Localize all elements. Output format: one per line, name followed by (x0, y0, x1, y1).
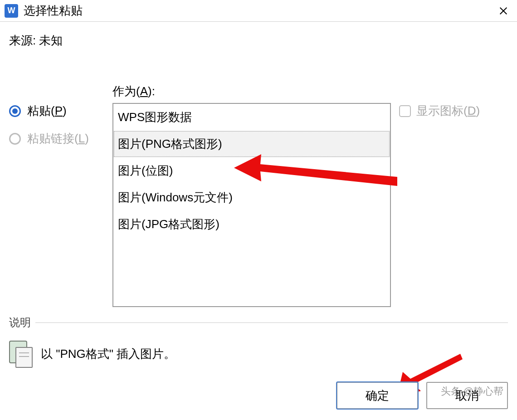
list-item[interactable]: WPS图形数据 (113, 104, 390, 131)
as-label: 作为(A): (112, 83, 155, 99)
description-header: 说明 (9, 315, 508, 330)
dialog-body: 来源: 未知 作为(A): 粘贴(P) 粘贴链接(L) WPS图形数据 图片(P (0, 22, 517, 307)
listbox-wrap: WPS图形数据 图片(PNG格式图形) 图片(位图) 图片(Windows元文件… (112, 103, 391, 307)
close-icon (498, 6, 508, 16)
source-label: 来源: (9, 34, 36, 47)
source-line: 来源: 未知 (9, 33, 508, 49)
show-icon-checkbox: 显示图标(D) (399, 103, 508, 119)
description-body: 以 "PNG格式" 插入图片。 (9, 341, 508, 367)
ok-button-label: 确定 (366, 388, 389, 404)
radio-paste-link-label: 粘贴链接(L) (27, 131, 89, 147)
description-text: 以 "PNG格式" 插入图片。 (41, 346, 176, 362)
clipboard-icon (9, 341, 32, 367)
footer-buttons: 确定 取消 (337, 382, 508, 409)
list-item[interactable]: 图片(JPG格式图形) (113, 211, 390, 238)
ok-button[interactable]: 确定 (337, 382, 418, 409)
app-icon-letter: W (8, 6, 15, 15)
list-item[interactable]: 图片(位图) (113, 157, 390, 184)
cancel-button[interactable]: 取消 (426, 382, 508, 409)
show-icon-label: 显示图标(D) (416, 103, 480, 119)
description-section: 说明 以 "PNG格式" 插入图片。 (0, 315, 517, 367)
paste-area: 粘贴(P) 粘贴链接(L) WPS图形数据 图片(PNG格式图形) 图片(位图)… (9, 76, 508, 307)
format-listbox[interactable]: WPS图形数据 图片(PNG格式图形) 图片(位图) 图片(Windows元文件… (112, 103, 391, 307)
titlebar: W 选择性粘贴 (0, 0, 517, 22)
close-button[interactable] (494, 2, 512, 20)
list-item[interactable]: 图片(PNG格式图形) (113, 131, 390, 157)
radio-paste-label: 粘贴(P) (27, 103, 67, 119)
source-value: 未知 (39, 34, 63, 47)
dialog-title: 选择性粘贴 (24, 3, 83, 19)
right-column: 显示图标(D) (391, 76, 508, 119)
radio-column: 粘贴(P) 粘贴链接(L) (9, 76, 112, 158)
divider (35, 322, 508, 323)
description-header-label: 说明 (9, 315, 31, 330)
radio-paste[interactable]: 粘贴(P) (9, 103, 112, 119)
radio-paste-link: 粘贴链接(L) (9, 131, 112, 147)
radio-circle-icon (9, 105, 21, 117)
radio-circle-icon (9, 133, 21, 145)
cancel-button-label: 取消 (455, 388, 479, 404)
app-icon: W (5, 4, 18, 18)
list-item[interactable]: 图片(Windows元文件) (113, 184, 390, 211)
checkbox-box-icon (399, 105, 411, 117)
